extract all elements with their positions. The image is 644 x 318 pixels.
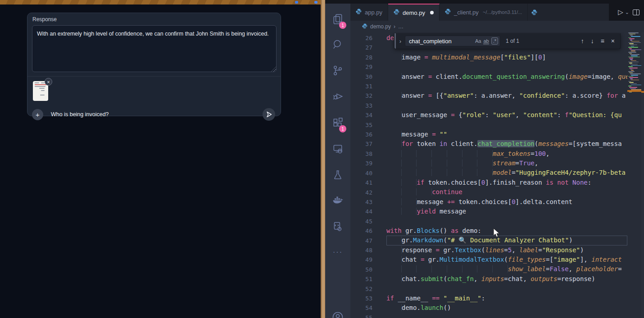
line-number[interactable]: 54 — [350, 303, 372, 313]
line-number[interactable]: 55 — [350, 313, 372, 318]
tab-demo-py[interactable]: demo.py — [388, 4, 440, 21]
line-number[interactable]: 51 — [350, 274, 372, 284]
testing-flask-icon[interactable] — [325, 164, 350, 186]
breadcrumb-symbol-ellipsis[interactable]: … — [398, 23, 404, 30]
code-area[interactable]: def chat_fn(mu image = multimodal_messag… — [386, 33, 627, 318]
code-line[interactable] — [386, 216, 627, 226]
code-line[interactable]: gr.Markdown("# 🔍 Document Analyzer Chatb… — [386, 236, 627, 245]
code-line[interactable] — [386, 82, 627, 91]
line-number[interactable]: 30 — [350, 72, 372, 82]
tab-client-py[interactable]: _client.py ~/.../python3.11/... — [440, 4, 528, 21]
line-number[interactable]: 47 — [350, 236, 372, 245]
line-number[interactable]: 43 — [350, 197, 372, 207]
line-number[interactable]: 37 — [350, 139, 372, 149]
code-line[interactable]: stream=True, — [386, 159, 627, 168]
code-line[interactable]: chat.submit(chat_fn, inputs=chat, output… — [386, 274, 627, 284]
code-line[interactable]: continue — [386, 187, 627, 197]
code-line[interactable]: answer = [{"answer": a.answer, "confiden… — [386, 91, 627, 100]
line-number[interactable]: 34 — [350, 110, 372, 120]
docker-icon[interactable] — [325, 190, 350, 211]
response-textarea[interactable]: With an extremely high level of confiden… — [32, 25, 277, 72]
line-number[interactable]: 41 — [350, 178, 372, 187]
code-line[interactable]: yield message — [386, 207, 627, 216]
line-number[interactable]: 40 — [350, 168, 372, 178]
code-line[interactable] — [386, 313, 627, 318]
line-number[interactable]: 49 — [350, 255, 372, 264]
line-number[interactable]: 48 — [350, 245, 372, 255]
code-editor[interactable]: 2627282930313233343536373839404142434445… — [350, 32, 644, 318]
line-number[interactable]: 31 — [350, 82, 372, 91]
account-icon[interactable] — [325, 306, 350, 318]
minimap[interactable] — [627, 32, 641, 318]
split-editor-icon[interactable] — [633, 9, 639, 15]
code-line[interactable]: message += token.choices[0].delta.conten… — [386, 197, 627, 207]
find-input[interactable] — [409, 38, 473, 45]
code-line[interactable]: answer = client.document_question_answer… — [386, 72, 627, 82]
code-line[interactable]: chat = gr.MultimodalTextbox(file_types=[… — [386, 255, 627, 264]
code-line[interactable]: message = "" — [386, 130, 627, 139]
unsaved-changes-dot[interactable] — [430, 11, 434, 14]
match-case-icon[interactable]: Aa — [475, 38, 481, 44]
run-options-chevron-icon[interactable]: ⌄ — [625, 9, 629, 15]
line-number[interactable]: 27 — [350, 43, 372, 52]
tab-overflow-sliver[interactable] — [528, 4, 538, 21]
code-line[interactable] — [386, 284, 627, 293]
find-in-selection-icon[interactable]: ≡ — [601, 37, 604, 45]
line-number[interactable]: 42 — [350, 188, 372, 197]
tab-app-py[interactable]: app.py — [350, 4, 388, 21]
code-line[interactable] — [386, 120, 627, 130]
regex-icon[interactable]: .* — [491, 37, 498, 45]
line-number[interactable]: 50 — [350, 265, 372, 274]
line-number[interactable]: 35 — [350, 120, 372, 130]
line-number[interactable]: 38 — [350, 149, 372, 159]
line-number[interactable]: 52 — [350, 284, 372, 294]
code-line[interactable]: if token.choices[0].finish_reason is not… — [386, 178, 627, 187]
line-number[interactable]: 26 — [350, 33, 372, 43]
code-line[interactable]: model="HuggingFaceH4/zephyr-7b-beta — [386, 168, 627, 177]
line-number[interactable]: 36 — [350, 130, 372, 139]
toggle-replace-chevron-icon[interactable]: › — [396, 38, 405, 45]
run-debug-icon[interactable] — [325, 86, 350, 107]
code-line[interactable]: demo.launch() — [386, 303, 627, 313]
minimap-line — [629, 34, 635, 35]
code-line[interactable]: with gr.Blocks() as demo: — [386, 226, 627, 236]
remove-attachment-button[interactable]: × — [45, 78, 52, 86]
explorer-icon[interactable]: 1 — [325, 8, 350, 30]
code-line[interactable]: if __name__ == "__main__": — [386, 294, 627, 303]
question-input[interactable]: Who is being invoiced? — [51, 111, 263, 118]
close-find-icon[interactable]: × — [611, 37, 615, 45]
line-number[interactable]: 45 — [350, 217, 372, 226]
breadcrumb[interactable]: demo.py › … — [350, 21, 644, 32]
code-line[interactable]: show_label=False, placeholder= — [386, 264, 627, 274]
next-match-icon[interactable]: ↓ — [591, 37, 594, 45]
submit-button[interactable] — [263, 108, 275, 121]
line-number[interactable]: 29 — [350, 62, 372, 72]
code-line[interactable]: for token in client.chat_completion(mess… — [386, 139, 627, 149]
more-views-icon[interactable]: ··· — [325, 241, 350, 263]
line-number[interactable]: 33 — [350, 101, 372, 110]
source-control-icon[interactable] — [325, 59, 350, 81]
code-line[interactable]: max_tokens=100, — [386, 149, 627, 159]
line-number[interactable]: 32 — [350, 91, 372, 100]
remote-explorer-icon[interactable] — [325, 138, 350, 159]
add-file-button[interactable]: + — [32, 109, 43, 120]
search-icon[interactable] — [325, 34, 350, 55]
line-number[interactable]: 28 — [350, 53, 372, 62]
code-line[interactable]: image = multimodal_message["files"][0] — [386, 53, 627, 62]
previous-match-icon[interactable]: ↑ — [581, 37, 584, 45]
code-line[interactable]: user_message = {"role": "user", "content… — [386, 110, 627, 120]
code-line[interactable] — [386, 62, 627, 72]
line-number[interactable]: 44 — [350, 207, 372, 216]
code-line[interactable] — [386, 101, 627, 110]
run-python-file-button[interactable]: ▷ — [618, 8, 623, 16]
overview-ruler[interactable] — [641, 32, 644, 318]
line-number[interactable]: 46 — [350, 226, 372, 236]
whole-word-icon[interactable]: ab — [483, 38, 489, 44]
breadcrumb-file[interactable]: demo.py — [370, 23, 391, 30]
line-number[interactable]: 39 — [350, 159, 372, 168]
cmake-tools-icon[interactable] — [325, 216, 350, 237]
line-number[interactable]: 53 — [350, 294, 372, 303]
extensions-icon[interactable]: 1 — [325, 112, 350, 133]
code-token: "__main__" — [443, 295, 481, 302]
code-line[interactable]: response = gr.Textbox(lines=5, label="Re… — [386, 245, 627, 255]
